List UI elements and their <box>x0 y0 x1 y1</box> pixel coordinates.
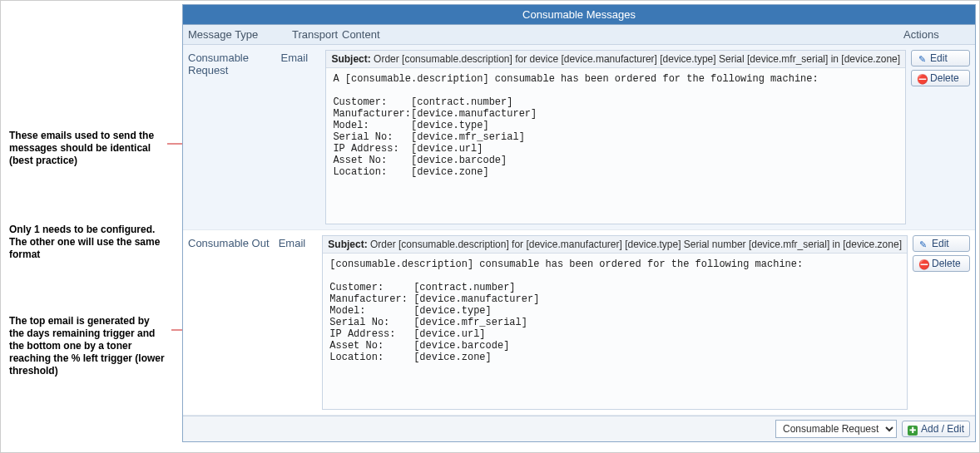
row0-content-box: Subject: Order [consumable.description] … <box>325 50 906 224</box>
delete-button[interactable]: Delete <box>913 255 970 272</box>
row0-subject-line: Subject: Order [consumable.description] … <box>326 51 905 68</box>
annotation-3: The top email is generated by the days r… <box>9 315 167 377</box>
col-header-trans: Transport <box>292 28 342 41</box>
row1-subject: Order [consumable.description] for [devi… <box>370 239 902 250</box>
edit-icon <box>918 239 928 249</box>
edit-button[interactable]: Edit <box>911 50 970 66</box>
row1-subject-label: Subject: <box>328 239 367 250</box>
col-header-content: Content <box>342 28 903 41</box>
edit-button-label: Edit <box>930 52 948 64</box>
consumable-messages-panel: Consumable Messages Message Type Transpo… <box>182 4 976 442</box>
row1-trans: Email <box>279 235 323 249</box>
delete-button-label: Delete <box>932 258 961 269</box>
row1-content-box: Subject: Order [consumable.description] … <box>322 235 908 410</box>
edit-button-label: Edit <box>932 238 949 249</box>
delete-icon <box>917 73 927 83</box>
delete-button-label: Delete <box>930 72 959 84</box>
row0-type: Consumable Request <box>188 50 281 76</box>
edit-button[interactable]: Edit <box>913 235 970 252</box>
row0-subject-label: Subject: <box>331 53 370 65</box>
add-edit-button-label: Add / Edit <box>921 423 964 435</box>
add-icon <box>908 424 918 434</box>
row0-subject: Order [consumable.description] for devic… <box>374 53 900 65</box>
annotation-2: Only 1 needs to be configured. The other… <box>9 224 167 261</box>
row1-type: Consumable Out <box>188 235 279 249</box>
table-header: Message Type Transport Content Actions <box>183 25 975 45</box>
add-edit-button[interactable]: Add / Edit <box>902 421 970 437</box>
row0-body: A [consumable.description] consumable ha… <box>326 68 905 224</box>
row1-content: Subject: Order [consumable.description] … <box>322 235 913 410</box>
edit-icon <box>917 53 927 63</box>
panel-footer: Consumable Request Consumable Out Add / … <box>183 416 975 441</box>
panel-title: Consumable Messages <box>183 5 975 25</box>
table-row: Consumable Out Email Subject: Order [con… <box>183 230 975 416</box>
col-header-actions: Actions <box>903 28 970 41</box>
screenshot-canvas: These emails used to send the messages s… <box>0 0 980 453</box>
row0-trans: Email <box>281 50 326 64</box>
row0-content: Subject: Order [consumable.description] … <box>325 50 911 224</box>
delete-button[interactable]: Delete <box>911 70 970 86</box>
row1-subject-line: Subject: Order [consumable.description] … <box>323 236 907 254</box>
row0-actions: Edit Delete <box>911 50 970 86</box>
message-type-select[interactable]: Consumable Request Consumable Out <box>775 420 897 438</box>
delete-icon <box>918 259 928 268</box>
row1-body: [consumable.description] consumable has … <box>323 254 907 409</box>
col-header-type: Message Type <box>188 28 292 41</box>
table-row: Consumable Request Email Subject: Order … <box>183 45 975 230</box>
row1-actions: Edit Delete <box>913 235 970 272</box>
annotation-1: These emails used to send the messages s… <box>9 130 167 167</box>
